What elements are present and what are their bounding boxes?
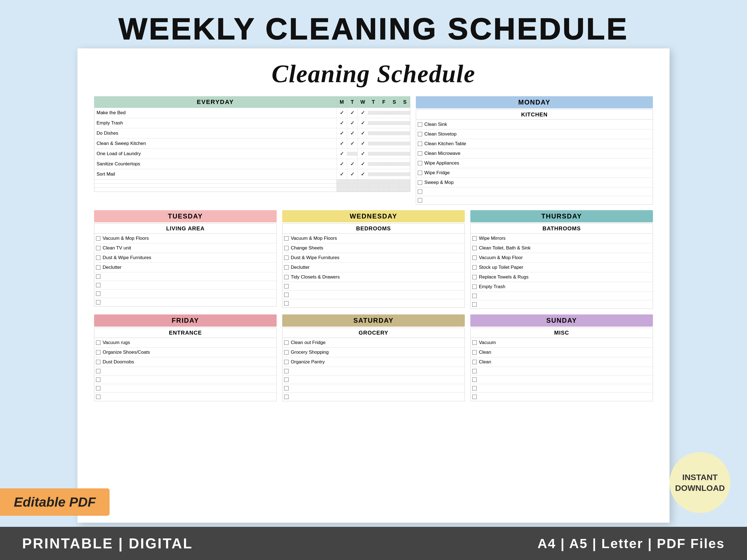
monday-subheader: KITCHEN (416, 109, 653, 120)
checkbox-icon[interactable] (418, 180, 422, 185)
everyday-task-row (94, 184, 410, 188)
item-label: Dust & Wipe Furnitures (291, 255, 339, 261)
checkbox-icon[interactable] (284, 386, 288, 391)
check-cell: ✓ (357, 108, 368, 118)
checkbox-icon[interactable] (472, 265, 477, 270)
check-cell (379, 172, 389, 176)
checkbox-icon[interactable] (472, 236, 477, 241)
checkbox-icon[interactable] (472, 341, 477, 345)
checkbox-icon[interactable] (284, 284, 288, 288)
everyday-header-label: EVERYDAY (94, 96, 336, 108)
checkbox-icon[interactable] (284, 369, 288, 373)
checkbox-icon[interactable] (418, 141, 422, 146)
item-label: Clean Kitchen Table (424, 141, 466, 146)
item-label: Change Sheets (291, 245, 323, 251)
tuesday-checklist: Vacuum & Mop FloorsClean TV unitDust & W… (94, 234, 277, 307)
checkbox-icon[interactable] (96, 341, 100, 345)
check-cell (400, 131, 410, 135)
checkbox-icon[interactable] (96, 395, 100, 399)
checkbox-icon[interactable] (284, 341, 288, 345)
checkbox-icon[interactable] (96, 246, 100, 250)
checkbox-icon[interactable] (284, 275, 288, 279)
checkbox-icon[interactable] (418, 170, 422, 175)
checkbox-icon[interactable] (284, 377, 288, 382)
checkbox-icon[interactable] (96, 386, 100, 391)
task-name (94, 180, 336, 183)
checkbox-icon[interactable] (96, 256, 100, 260)
list-item (94, 281, 276, 290)
check-cell (368, 172, 379, 176)
checkbox-icon[interactable] (284, 265, 288, 270)
check-cell (379, 131, 389, 135)
item-label: Clean Stovetop (424, 131, 457, 137)
everyday-task-row: Empty Trash✓✓✓ (94, 118, 410, 128)
list-item (282, 384, 465, 393)
friday-checklist: Vacuum rugsOrganize Shoes/CoatsDust Door… (94, 338, 277, 401)
checkbox-icon[interactable] (96, 360, 100, 364)
checkbox-icon[interactable] (284, 236, 288, 241)
item-label: Empty Trash (479, 284, 505, 290)
checkbox-icon[interactable] (472, 246, 477, 250)
checkbox-icon[interactable] (284, 395, 288, 399)
checkbox-icon[interactable] (96, 300, 100, 304)
checkbox-icon[interactable] (472, 369, 477, 373)
list-item (471, 300, 653, 309)
checkbox-icon[interactable] (472, 256, 477, 260)
list-item: Dust & Wipe Furnitures (94, 253, 276, 263)
checkbox-icon[interactable] (418, 132, 422, 136)
checkbox-icon[interactable] (284, 350, 288, 354)
check-cell (347, 184, 357, 187)
checkbox-icon[interactable] (96, 369, 100, 373)
checkbox-icon[interactable] (472, 302, 477, 307)
list-item (94, 393, 276, 401)
checkbox-icon[interactable] (284, 293, 288, 297)
checkbox-icon[interactable] (284, 360, 288, 364)
checkbox-icon[interactable] (418, 189, 422, 194)
list-item: Wipe Fridge (416, 168, 653, 178)
list-item (471, 384, 653, 393)
checkbox-icon[interactable] (418, 198, 422, 203)
checkbox-icon[interactable] (472, 395, 477, 399)
check-cell (400, 121, 410, 125)
checkbox-icon[interactable] (284, 301, 288, 305)
checkbox-icon[interactable] (472, 377, 477, 382)
list-item (282, 376, 465, 384)
item-label: Wipe Appliances (424, 160, 459, 166)
list-item: Tidy Closets & Drawers (282, 272, 465, 282)
checkbox-icon[interactable] (472, 386, 477, 391)
checkbox-icon[interactable] (472, 285, 477, 289)
checkbox-icon[interactable] (418, 122, 422, 127)
checkbox-icon[interactable] (472, 275, 477, 279)
list-item: Clean (471, 357, 653, 367)
check-cell (379, 141, 389, 145)
list-item: Replace Towels & Rugs (471, 272, 653, 282)
checkbox-icon[interactable] (418, 151, 422, 156)
check-cell (379, 162, 389, 166)
checkbox-icon[interactable] (96, 274, 100, 279)
list-item: Change Sheets (282, 243, 465, 253)
checkbox-icon[interactable] (96, 377, 100, 382)
list-item (282, 393, 465, 401)
checkbox-icon[interactable] (96, 291, 100, 296)
checkbox-icon[interactable] (472, 360, 477, 364)
checkbox-icon[interactable] (472, 294, 477, 298)
checkbox-icon[interactable] (96, 236, 100, 241)
check-cell (400, 188, 410, 192)
checkbox-icon[interactable] (418, 161, 422, 165)
check-cell (389, 172, 400, 176)
check-cell (368, 131, 379, 135)
list-item: Clean Sink (416, 120, 653, 129)
checkbox-icon[interactable] (96, 265, 100, 270)
checkbox-icon[interactable] (472, 350, 477, 354)
bottom-bar: PRINTABLE | DIGITAL A4 | A5 | Letter | P… (0, 527, 747, 560)
list-item: Grocery Shopping (282, 348, 465, 357)
checkbox-icon[interactable] (284, 256, 288, 260)
item-label: Wipe Fridge (424, 170, 450, 176)
checkbox-icon[interactable] (96, 283, 100, 287)
check-cell: ✓ (347, 169, 357, 179)
check-cell (336, 184, 347, 187)
checkbox-icon[interactable] (96, 350, 100, 354)
check-cell: ✓ (357, 128, 368, 138)
checkbox-icon[interactable] (284, 246, 288, 250)
task-name: Empty Trash (94, 118, 336, 128)
